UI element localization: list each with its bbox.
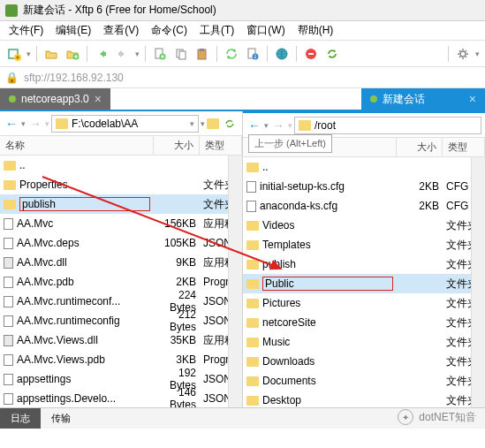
list-item[interactable]: appsettings192 BytesJSON F bbox=[0, 369, 242, 389]
settings-icon[interactable] bbox=[454, 45, 472, 63]
tab-remote[interactable]: 新建会话 × bbox=[361, 88, 485, 110]
scrollbar[interactable] bbox=[471, 157, 485, 412]
status-dot-icon bbox=[9, 95, 16, 103]
folder-icon bbox=[246, 260, 259, 270]
menu-command[interactable]: 命令(C) bbox=[146, 21, 193, 40]
folder-icon bbox=[4, 200, 16, 209]
file-size: 3KB bbox=[154, 353, 200, 366]
forward-icon[interactable]: → bbox=[27, 116, 43, 132]
file-size: 212 Bytes bbox=[154, 308, 200, 333]
lock-icon: 🔒 bbox=[5, 72, 19, 84]
menu-help[interactable]: 帮助(H) bbox=[292, 21, 339, 40]
file-name: AA.Mvc.pdb bbox=[17, 276, 150, 288]
wechat-icon: ✦ bbox=[398, 409, 413, 425]
file-icon bbox=[4, 238, 13, 249]
home-icon[interactable] bbox=[207, 118, 219, 129]
file-size: 2KB bbox=[154, 276, 200, 288]
refresh-icon[interactable] bbox=[323, 45, 341, 63]
folder-icon bbox=[299, 120, 311, 131]
open-icon[interactable] bbox=[42, 45, 60, 63]
menu-tools[interactable]: 工具(T) bbox=[194, 21, 239, 40]
col-type[interactable]: 类型 bbox=[443, 138, 485, 156]
close-icon[interactable]: × bbox=[95, 92, 102, 106]
file-name: anaconda-ks.cfg bbox=[260, 200, 393, 212]
scrollbar[interactable] bbox=[228, 156, 242, 412]
folder-icon bbox=[56, 118, 68, 129]
close-icon[interactable]: × bbox=[469, 92, 476, 106]
remote-filelist[interactable]: ..initial-setup-ks.cfg2KBCFG 文anaconda-k… bbox=[243, 157, 485, 412]
list-item[interactable]: Documents文件夹 bbox=[243, 371, 485, 391]
tab-transfer[interactable]: 传输 bbox=[41, 408, 81, 429]
col-size[interactable]: 大小 bbox=[397, 138, 443, 156]
new-file-icon[interactable] bbox=[151, 45, 169, 63]
list-item[interactable]: AA.Mvc.dll9KB应用程序 bbox=[0, 253, 242, 272]
list-item[interactable]: AA.Mvc.Views.pdb3KBProgra bbox=[0, 350, 242, 369]
transfer-right-icon[interactable] bbox=[114, 45, 132, 63]
transfer-left-icon[interactable] bbox=[93, 45, 110, 63]
new-folder-icon[interactable] bbox=[64, 45, 81, 63]
list-item[interactable]: Pictures文件夹 bbox=[243, 293, 485, 313]
file-icon bbox=[4, 393, 13, 405]
path-input[interactable]: F:\codelab\AA ▾ bbox=[51, 115, 199, 133]
file-name: netcoreSite bbox=[262, 316, 393, 329]
file-size: 9KB bbox=[154, 256, 200, 269]
menu-file[interactable]: 文件(F) bbox=[4, 21, 49, 40]
col-type[interactable]: 类型 bbox=[200, 136, 242, 155]
stop-icon[interactable] bbox=[302, 45, 320, 63]
path-input[interactable]: /root bbox=[294, 117, 481, 134]
menu-edit[interactable]: 编辑(E) bbox=[50, 21, 96, 40]
list-item[interactable]: Downloads文件夹 bbox=[243, 352, 485, 371]
back-icon[interactable]: ← bbox=[4, 116, 19, 132]
list-item[interactable]: Properties文件夹 bbox=[0, 175, 242, 194]
list-item[interactable]: AA.Mvc.runtimeconf...224 BytesJSON F bbox=[0, 292, 242, 311]
new-session-icon[interactable] bbox=[5, 45, 23, 63]
address-text[interactable]: sftp://192.168.92.130 bbox=[24, 72, 124, 84]
list-item[interactable]: Public文件夹 bbox=[243, 274, 485, 293]
list-item[interactable]: .. bbox=[243, 157, 485, 177]
file-name: Videos bbox=[262, 219, 393, 232]
list-item[interactable]: AA.Mvc.deps105KBJSON F bbox=[0, 233, 242, 253]
menu-view[interactable]: 查看(V) bbox=[98, 21, 144, 40]
forward-icon[interactable]: → bbox=[270, 118, 286, 133]
menu-window[interactable]: 窗口(W) bbox=[241, 21, 290, 40]
list-item[interactable]: Videos文件夹 bbox=[243, 216, 485, 235]
col-name[interactable]: 名称 bbox=[0, 136, 154, 155]
list-item[interactable]: initial-setup-ks.cfg2KBCFG 文 bbox=[243, 177, 485, 196]
list-item[interactable]: AA.Mvc156KB应用程序 bbox=[0, 214, 242, 233]
list-item[interactable]: AA.Mvc.pdb2KBProgra bbox=[0, 272, 242, 292]
local-pane: ← ▾ → ▾ F:\codelab\AA ▾ ▾ 名称 大小 类型 ..Pro… bbox=[0, 111, 243, 412]
col-size[interactable]: 大小 bbox=[154, 136, 200, 155]
list-item[interactable]: AA.Mvc.Views.dll35KB应用程序 bbox=[0, 330, 242, 350]
tab-log[interactable]: 日志 bbox=[0, 408, 41, 429]
local-filelist[interactable]: ..Properties文件夹publish文件夹AA.Mvc156KB应用程序… bbox=[0, 156, 242, 412]
window-title: 新建会话 - Xftp 6 (Free for Home/School) bbox=[23, 3, 216, 18]
paste-icon[interactable] bbox=[193, 45, 211, 63]
sync-icon[interactable] bbox=[223, 45, 240, 63]
back-icon[interactable]: ← bbox=[246, 118, 262, 133]
list-item[interactable]: appsettings.Develo...146 BytesJSON F bbox=[0, 389, 242, 408]
folder-icon bbox=[4, 180, 16, 190]
properties-icon[interactable] bbox=[244, 45, 261, 63]
list-item[interactable]: Music文件夹 bbox=[243, 332, 485, 352]
file-icon bbox=[4, 296, 13, 308]
list-item[interactable]: .. bbox=[0, 156, 242, 175]
file-name: Documents bbox=[262, 375, 393, 387]
file-name: Downloads bbox=[262, 355, 393, 368]
file-name: initial-setup-ks.cfg bbox=[260, 180, 393, 193]
list-item[interactable]: AA.Mvc.runtimeconfig212 BytesJSON F bbox=[0, 311, 242, 330]
list-item[interactable]: Templates文件夹 bbox=[243, 235, 485, 254]
file-size: 105KB bbox=[154, 237, 200, 249]
list-item[interactable]: publish文件夹 bbox=[243, 254, 485, 274]
list-item[interactable]: netcoreSite文件夹 bbox=[243, 313, 485, 332]
app-icon bbox=[5, 4, 18, 17]
file-icon bbox=[4, 354, 13, 366]
copy-icon[interactable] bbox=[172, 45, 190, 63]
file-icon bbox=[4, 218, 13, 230]
list-item[interactable]: anaconda-ks.cfg2KBCFG 文 bbox=[243, 196, 485, 216]
list-item[interactable]: publish文件夹 bbox=[0, 194, 242, 214]
tooltip: 上一步 (Alt+Left) bbox=[248, 134, 332, 153]
tab-local[interactable]: netcoreapp3.0 × bbox=[0, 88, 110, 110]
file-name: Public bbox=[262, 277, 393, 291]
globe-icon[interactable] bbox=[273, 45, 291, 63]
refresh-icon[interactable] bbox=[221, 115, 239, 133]
